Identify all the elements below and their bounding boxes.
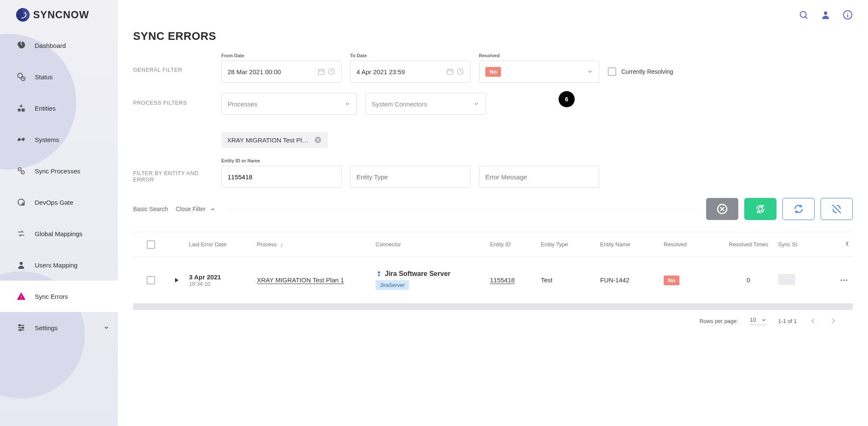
resolve-button[interactable] [744,198,776,220]
scroll-left-icon[interactable] [843,240,851,248]
main-content: SYNC ERRORS GENERAL FILTER From Date 28 … [118,0,868,426]
info-icon[interactable] [843,10,853,20]
col-entity-id[interactable]: Entity ID [490,241,541,248]
nav-entities[interactable]: Entities [0,92,118,124]
close-circle-icon [717,203,728,214]
col-connector[interactable]: Connector [376,241,490,248]
nav-settings-label: Settings [35,324,58,331]
row-sync-status [778,274,795,285]
table-row: 3 Apr 2021 18:34:10 XRAY MIGRATION Test … [133,257,853,303]
expand-row-icon[interactable] [172,276,180,284]
general-filter-block: GENERAL FILTER From Date 28 Mar 2021 00:… [133,53,853,83]
search-icon[interactable] [798,10,809,20]
clock-icon [328,68,335,75]
row-connector-title: Jira Software Server [385,270,451,278]
process-chip[interactable]: XRAY MIGRATION Test Pl… [221,132,328,148]
col-process-label: Process [257,241,277,248]
entity-type-placeholder[interactable] [356,173,464,181]
user-icon [16,260,26,270]
calendar-icon [317,68,325,75]
error-message-input[interactable] [479,166,599,188]
step-marker-6: 6 [559,91,575,107]
nav-entities-label: Entities [35,105,56,112]
nav-devops-gate-label: DevOps Gate [35,199,73,206]
nav-status-label: Status [35,73,53,81]
svg-point-10 [19,329,21,331]
nav-settings[interactable]: Settings [0,312,118,343]
entity-id-input[interactable] [221,166,342,188]
resolved-select[interactable]: No [479,61,599,83]
col-process[interactable]: Process↓ [257,241,376,248]
svg-point-5 [21,171,24,174]
col-entity-name[interactable]: Entity Name [600,241,664,248]
clear-button[interactable] [706,198,738,220]
jira-icon [376,270,382,277]
pie-chart-icon [16,40,26,50]
table-header: Last Error Date Process↓ Connector Entit… [133,232,853,257]
nav-sync-errors[interactable]: Sync Errors [0,281,118,312]
col-entity-type[interactable]: Entity Type [541,241,600,248]
rows-per-page-select[interactable]: 10 [750,317,766,325]
row-more-icon[interactable] [839,276,849,285]
chevron-down-icon [761,317,766,323]
entity-filter-block: FILTER BY ENTITY AND ERROR Entity ID or … [133,158,853,188]
row-entity-type: Test [541,276,600,284]
row-checkbox[interactable] [147,276,155,284]
process-filters-block: PROCESS FILTERS 6 Processes System Conne… [133,93,853,148]
connectors-select[interactable]: System Connectors [365,93,486,115]
row-process-link[interactable]: XRAY MIGRATION Test Plan 1 [257,276,344,284]
rows-per-page-value: 10 [750,317,756,323]
processes-select[interactable]: Processes [221,93,357,115]
nav-users-mapping[interactable]: Users Mapping [0,249,118,281]
currently-resolving-checkbox[interactable] [608,67,616,76]
from-date-input[interactable]: 28 Mar 2021 00:00 [221,61,342,83]
chevron-down-icon [473,101,479,107]
nav-devops-gate[interactable]: DevOps Gate [0,187,118,218]
close-filter-link[interactable]: Close Filter [175,206,216,212]
row-connector-badge: JiraServer [376,280,409,290]
col-resolved[interactable]: Resolved [664,241,719,248]
nav-global-mappings-label: Global Mappings [35,230,83,237]
nav-sync-processes[interactable]: Sync Processes [0,155,118,187]
currently-resolving-label: Currently Resolving [621,68,673,75]
clock-icon [456,68,464,75]
close-filter-label: Close Filter [175,206,206,212]
row-entity-id-link[interactable]: 1155418 [490,276,515,284]
calendar-icon [446,68,454,75]
skip-button[interactable] [821,198,853,220]
prev-page-icon[interactable] [809,317,817,325]
error-message-placeholder[interactable] [485,173,593,181]
entity-id-value[interactable] [228,173,335,181]
to-date-input[interactable]: 4 Apr 2021 23:59 [350,61,470,83]
horizontal-scrollbar[interactable] [133,303,853,310]
connectors-placeholder: System Connectors [372,100,427,108]
select-all-checkbox[interactable] [147,240,155,249]
page-title: SYNC ERRORS [133,30,853,43]
chevron-down-icon [345,101,351,107]
nav-global-mappings[interactable]: Global Mappings [0,218,118,249]
svg-point-4 [18,168,21,171]
nav-dashboard[interactable]: Dashboard [0,30,118,61]
svg-rect-16 [447,70,453,75]
nav-systems[interactable]: Systems [0,124,118,155]
shapes-icon [16,103,26,113]
next-page-icon[interactable] [829,317,837,325]
entity-type-input[interactable] [350,166,470,188]
basic-search-link[interactable]: Basic Search [133,206,168,212]
from-date-label: From Date [221,53,342,58]
retry-button[interactable] [782,198,815,220]
skip-icon [831,203,842,214]
svg-point-9 [22,327,24,329]
nav-status[interactable]: Status [0,61,118,92]
row-entity-name: FUN-1442 [600,276,664,284]
exchange-icon [16,228,26,239]
row-time: 18:34:10 [189,281,257,287]
resolved-value: No [485,67,501,77]
col-last-error-date[interactable]: Last Error Date [189,241,257,248]
user-profile-icon[interactable] [821,10,831,20]
col-sync-status[interactable]: Sync St [778,241,812,248]
chevron-down-icon [587,69,593,75]
chip-remove-icon[interactable] [314,136,322,144]
warning-icon [16,291,26,301]
col-resolved-times[interactable]: Resolved Times [719,241,778,248]
